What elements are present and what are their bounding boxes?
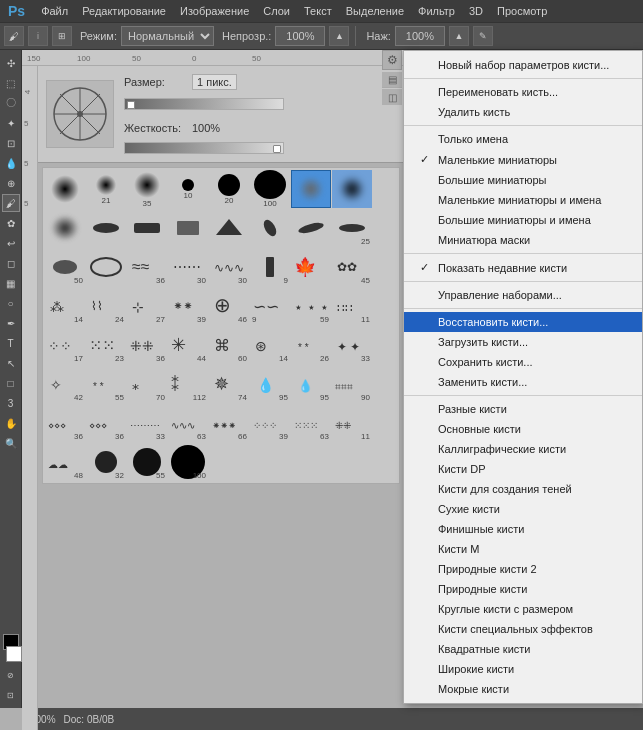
brush-item[interactable]: ⁕⁕⁕ 66 [209,404,249,442]
brush-item[interactable]: 20 [209,170,249,208]
tool-dodge[interactable]: ○ [2,294,20,312]
menu-select[interactable]: Выделение [340,3,410,19]
tool-extra[interactable]: ✎ [473,26,493,46]
brush-item[interactable] [127,209,167,247]
brush-item[interactable]: ☁☁ 48 [45,443,85,481]
brush-item[interactable]: ✿✿ 45 [332,248,372,286]
dropdown-finish[interactable]: Финишные кисти [404,519,642,539]
dropdown-mask-thumb[interactable]: Миниатюра маски [404,230,642,250]
brush-item[interactable]: ⁂ 14 [45,287,85,325]
brush-item[interactable] [45,170,85,208]
menu-layers[interactable]: Слои [257,3,296,19]
brush-item[interactable]: 9 [250,248,290,286]
menu-view[interactable]: Просмотр [491,3,553,19]
brush-item[interactable]: ⌇⌇ 24 [86,287,126,325]
brush-item[interactable]: 50 [45,248,85,286]
tool-history[interactable]: ↩ [2,234,20,252]
brush-panel-icon-1[interactable]: ▤ [382,72,402,88]
brush-item[interactable]: ∽∽ 9 [250,287,290,325]
dropdown-show-recent[interactable]: ✓ Показать недавние кисти [404,257,642,278]
tool-pen[interactable]: ✒ [2,314,20,332]
pressure-input[interactable] [395,26,445,46]
brush-panel-icon-2[interactable]: ◫ [382,89,402,105]
brush-item[interactable]: 🍁 [291,248,331,286]
brush-item[interactable]: ⁙⁙⁙ 63 [291,404,331,442]
brush-item[interactable] [45,209,85,247]
dropdown-dry[interactable]: Сухие кисти [404,499,642,519]
tool-shape[interactable]: □ [2,374,20,392]
tool-option-grid[interactable]: ⊞ [52,26,72,46]
mode-select[interactable]: Нормальный [121,26,214,46]
menu-text[interactable]: Текст [298,3,338,19]
brush-item[interactable]: 32 [86,443,126,481]
brush-item[interactable]: ✦ ✦ 33 [332,326,372,364]
brush-item[interactable]: ⋄⋄⋄ 36 [86,404,126,442]
dropdown-thick[interactable]: Широкие кисти [404,659,642,679]
tool-text[interactable]: T [2,334,20,352]
quick-mask[interactable]: ⊘ [2,666,20,684]
tool-eyedrop[interactable]: 💧 [2,154,20,172]
dropdown-new-preset[interactable]: Новый набор параметров кисти... [404,55,642,75]
brush-item[interactable]: ⋯⋯⋯ 33 [127,404,167,442]
dropdown-wet[interactable]: Мокрые кисти [404,679,642,699]
dropdown-diverse[interactable]: Разные кисти [404,399,642,419]
dropdown-large-thumb[interactable]: Большие миниатюры [404,170,642,190]
brush-panel-gear[interactable]: ⚙ [382,50,402,70]
brush-item[interactable] [209,209,249,247]
brush-item[interactable]: ✧ 42 [45,365,85,403]
brush-item[interactable]: ⁜⁜ 36 [127,326,167,364]
dropdown-natural[interactable]: Природные кисти [404,579,642,599]
brush-item[interactable] [168,209,208,247]
brush-item-selected[interactable] [291,170,331,208]
menu-image[interactable]: Изображение [174,3,255,19]
opacity-input[interactable] [275,26,325,46]
brush-grid-scroll[interactable]: 21 35 10 20 100 [42,167,400,484]
size-value[interactable]: 1 пикс. [192,74,237,90]
brush-item[interactable]: ⋄⋄⋄ 36 [45,404,85,442]
brush-item[interactable]: ⊹ 27 [127,287,167,325]
brush-item[interactable]: ⋆ ⋆ ⋆ 59 [291,287,331,325]
brush-item[interactable]: ⋯⋯ 30 [168,248,208,286]
brush-item[interactable]: 💧 95 [291,365,331,403]
dropdown-save[interactable]: Сохранить кисти... [404,352,642,372]
menu-edit[interactable]: Редактирование [76,3,172,19]
brush-item[interactable]: 25 [332,209,372,247]
brush-item[interactable] [250,209,290,247]
dropdown-natural2[interactable]: Природные кисти 2 [404,559,642,579]
tool-brush[interactable]: 🖌 [2,194,20,212]
brush-item[interactable]: ⁎ 70 [127,365,167,403]
brush-item[interactable]: ✵ 74 [209,365,249,403]
menu-filter[interactable]: Фильтр [412,3,461,19]
brush-item[interactable]: ⁘⁘⁘ 39 [250,404,290,442]
brush-item[interactable]: 100 [250,170,290,208]
brush-item[interactable]: ⌘ 60 [209,326,249,364]
brush-tool-btn[interactable]: 🖌 [4,26,24,46]
brush-item[interactable]: 21 [86,170,126,208]
dropdown-restore[interactable]: Восстановить кисти... [404,312,642,332]
brush-item[interactable]: ∷∷ 11 [332,287,372,325]
dropdown-large-list[interactable]: Большие миниатюры и имена [404,210,642,230]
dropdown-shadow[interactable]: Кисти для создания теней [404,479,642,499]
tool-heal[interactable]: ⊕ [2,174,20,192]
dropdown-text-only[interactable]: Только имена [404,129,642,149]
tool-zoom[interactable]: 🔍 [2,434,20,452]
brush-item[interactable]: 35 [127,170,167,208]
dropdown-dp[interactable]: Кисти DP [404,459,642,479]
dropdown-calligraphic[interactable]: Каллиграфические кисти [404,439,642,459]
brush-item[interactable]: ⁙⁙ 23 [86,326,126,364]
dropdown-m-brushes[interactable]: Кисти М [404,539,642,559]
opacity-icon[interactable]: ▲ [329,26,349,46]
tool-gradient[interactable]: ▦ [2,274,20,292]
tool-option-i[interactable]: i [28,26,48,46]
tool-select-rect[interactable]: ⬚ [2,74,20,92]
tool-lasso[interactable]: 〇 [2,94,20,112]
tool-3d[interactable]: 3 [2,394,20,412]
brush-item[interactable] [86,248,126,286]
brush-item[interactable] [332,170,372,208]
brush-item[interactable]: * * 55 [86,365,126,403]
tool-stamp[interactable]: ✿ [2,214,20,232]
dropdown-basic[interactable]: Основные кисти [404,419,642,439]
menu-file[interactable]: Файл [35,3,74,19]
screen-mode[interactable]: ⊡ [2,686,20,704]
bg-color[interactable] [6,646,22,662]
